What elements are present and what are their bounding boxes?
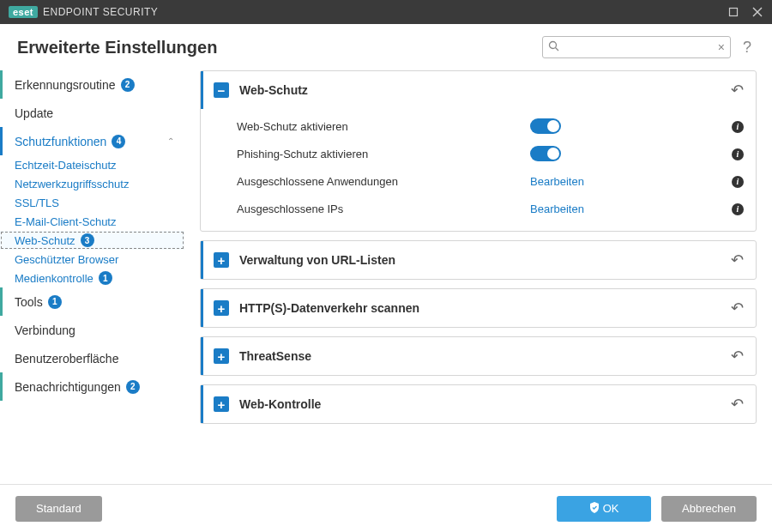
product-name: ENDPOINT SECURITY: [43, 6, 158, 18]
badge: 2: [126, 380, 140, 394]
edit-link-anwendungen[interactable]: Bearbeiten: [530, 175, 584, 188]
svg-rect-0: [730, 9, 738, 16]
badge: 3: [81, 233, 94, 247]
reset-icon[interactable]: ↶: [731, 347, 744, 366]
close-icon[interactable]: [751, 6, 763, 18]
sidebar-item-tools[interactable]: Tools 1: [0, 287, 184, 316]
main-content: − Web-Schutz ↶ Web-Schutz aktivieren i P…: [184, 67, 763, 484]
sidebar-item-erkennungsroutine[interactable]: Erkennungsroutine 2: [0, 70, 184, 99]
panel-header-web-schutz[interactable]: − Web-Schutz ↶: [201, 71, 756, 109]
row-ausgeschlossene-ips: Ausgeschlossene IPs Bearbeiten i: [213, 195, 744, 222]
expand-icon[interactable]: +: [214, 396, 229, 412]
cancel-button[interactable]: Abbrechen: [661, 496, 757, 522]
panel-web-schutz: − Web-Schutz ↶ Web-Schutz aktivieren i P…: [200, 70, 757, 232]
panel-title: Verwaltung von URL-Listen: [239, 253, 395, 267]
help-icon[interactable]: ?: [739, 39, 755, 57]
sidebar-item-benutzeroberflaeche[interactable]: Benutzeroberfläche: [0, 344, 184, 372]
sidebar-sub-netzwerk[interactable]: Netzwerkzugriffsschutz: [0, 174, 184, 193]
sidebar-item-benachrichtigungen[interactable]: Benachrichtigungen 2: [0, 372, 184, 401]
expand-icon[interactable]: +: [214, 300, 229, 316]
sidebar-sub-medien[interactable]: Medienkontrolle 1: [0, 269, 184, 287]
info-icon[interactable]: i: [732, 203, 744, 215]
reset-icon[interactable]: ↶: [731, 251, 744, 269]
badge: 2: [121, 78, 135, 92]
sidebar-sub-email[interactable]: E-Mail-Client-Schutz: [0, 212, 184, 231]
sidebar-item-update[interactable]: Update: [0, 99, 184, 127]
sidebar-sub-webschutz[interactable]: Web-Schutz 3: [0, 231, 184, 250]
panel-title: HTTP(S)-Datenverkehr scannen: [239, 301, 419, 315]
row-phishing-schutz: Phishing-Schutz aktivieren i: [213, 140, 744, 167]
panel-threatsense: + ThreatSense ↶: [200, 336, 757, 376]
brand-badge: eset: [9, 6, 38, 18]
clear-search-icon[interactable]: ×: [718, 40, 725, 54]
sidebar: Erkennungsroutine 2 Update Schutzfunktio…: [0, 67, 184, 484]
titlebar: eset ENDPOINT SECURITY: [0, 0, 772, 24]
svg-point-3: [550, 42, 557, 49]
reset-icon[interactable]: ↶: [731, 395, 744, 414]
maximize-icon[interactable]: [727, 6, 739, 18]
panel-header-web-kontrolle[interactable]: + Web-Kontrolle ↶: [201, 385, 756, 423]
header: Erweiterte Einstellungen × ?: [0, 24, 772, 67]
expand-icon[interactable]: +: [214, 348, 229, 364]
edit-link-ips[interactable]: Bearbeiten: [530, 203, 584, 215]
ok-button[interactable]: OK: [557, 496, 651, 522]
info-icon[interactable]: i: [732, 121, 744, 133]
panel-title: ThreatSense: [239, 349, 311, 363]
row-web-schutz-aktivieren: Web-Schutz aktivieren i: [213, 112, 744, 140]
reset-icon[interactable]: ↶: [731, 299, 744, 317]
panel-title: Web-Kontrolle: [239, 397, 321, 411]
panel-header-threatsense[interactable]: + ThreatSense ↶: [201, 337, 756, 375]
search-box[interactable]: ×: [542, 36, 731, 58]
badge: 1: [99, 271, 112, 285]
sidebar-item-verbindung[interactable]: Verbindung: [0, 316, 184, 344]
panel-header-url-listen[interactable]: + Verwaltung von URL-Listen ↶: [201, 241, 756, 279]
search-icon: [548, 40, 559, 54]
page-title: Erweiterte Einstellungen: [17, 38, 217, 57]
default-button[interactable]: Standard: [15, 496, 102, 522]
sidebar-sub-echtzeit[interactable]: Echtzeit-Dateischutz: [0, 155, 184, 174]
panel-web-kontrolle: + Web-Kontrolle ↶: [200, 384, 757, 424]
info-icon[interactable]: i: [732, 176, 744, 188]
badge: 1: [48, 295, 62, 309]
search-input[interactable]: [559, 41, 718, 54]
collapse-icon[interactable]: −: [214, 82, 229, 98]
chevron-up-icon: ⌃: [167, 136, 174, 146]
sidebar-sub-browser[interactable]: Geschützter Browser: [0, 250, 184, 269]
panel-url-listen: + Verwaltung von URL-Listen ↶: [200, 240, 757, 280]
sidebar-item-schutzfunktionen[interactable]: Schutzfunktionen 4 ⌃: [0, 127, 184, 155]
panel-title: Web-Schutz: [239, 83, 308, 97]
info-icon[interactable]: i: [732, 148, 744, 160]
shield-icon: [589, 502, 600, 516]
reset-icon[interactable]: ↶: [731, 81, 744, 100]
toggle-phishing-schutz[interactable]: [530, 146, 561, 161]
badge: 4: [112, 135, 125, 148]
footer: Standard OK Abbrechen: [0, 484, 772, 532]
toggle-web-schutz[interactable]: [530, 118, 561, 134]
panel-http-scan: + HTTP(S)-Datenverkehr scannen ↶: [200, 288, 757, 328]
row-ausgeschlossene-anwendungen: Ausgeschlossene Anwendungen Bearbeiten i: [213, 167, 744, 195]
expand-icon[interactable]: +: [214, 252, 229, 268]
panel-header-http-scan[interactable]: + HTTP(S)-Datenverkehr scannen ↶: [201, 289, 756, 327]
sidebar-sub-ssltls[interactable]: SSL/TLS: [0, 193, 184, 212]
svg-line-4: [556, 48, 559, 51]
